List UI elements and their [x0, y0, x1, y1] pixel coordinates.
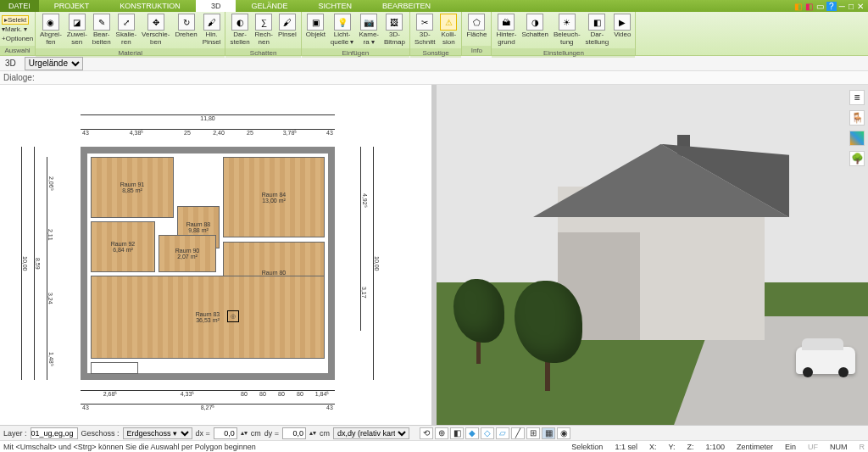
layers-icon[interactable]: ≡ [849, 90, 865, 105]
mini-icon[interactable]: ◆ [465, 427, 479, 439]
geschoss-label: Geschoss : [81, 429, 120, 438]
room-91[interactable]: Raum 918,85 m² [91, 157, 174, 218]
materials-icon[interactable] [849, 131, 865, 146]
titlebar-icon[interactable]: ▭ [815, 2, 825, 11]
tree [515, 281, 582, 391]
btn-flaeche[interactable]: ⬠Fläche [464, 13, 489, 40]
status-ratio: 1:100 [705, 443, 725, 451]
status-selektion: Selektion [571, 443, 603, 451]
house-3d [558, 187, 765, 339]
dim-right-outer: 10,00 [373, 147, 380, 380]
ribbon-group-label: Auswahl [0, 46, 35, 55]
ribbon-group-label: Schatten [225, 48, 300, 58]
menu-bearbeiten[interactable]: BEARBEITEN [367, 0, 446, 12]
dim-total-width: 11,80 [81, 114, 335, 121]
ribbon: ▸Selekt ▾Mark. ▾ +Optionen Auswahl ◉Abgr… [0, 12, 868, 56]
status-num: NUM [830, 443, 848, 451]
view-3d[interactable]: ≡ 🪑 🌳 [437, 85, 868, 425]
ribbon-group-label: Einstellungen [492, 48, 635, 58]
layer-label: Layer : [3, 429, 27, 438]
btn-drehen[interactable]: ↻Drehen [172, 13, 199, 40]
btn-lichtquelle[interactable]: 💡Licht- quelle ▾ [328, 13, 357, 47]
btn-verschieben[interactable]: ✥Verschie- ben [139, 13, 172, 47]
minimize-icon[interactable]: ─ [838, 2, 846, 11]
ribbon-group-label: Info [462, 46, 491, 55]
bottom-toolbar: Layer : Geschoss : Erdgeschoss ▾ dx = ▴▾… [0, 425, 868, 440]
ribbon-group-label: Sonstige [410, 48, 461, 58]
layer-input[interactable] [31, 427, 78, 439]
help-icon[interactable]: ? [826, 2, 837, 11]
entrance [91, 362, 138, 374]
status-uf: UF [808, 443, 818, 451]
btn-video[interactable]: ▶Video [611, 13, 633, 40]
menu-projekt[interactable]: PROJEKT [39, 0, 105, 12]
btn-objekt[interactable]: ▣Objekt [303, 13, 328, 40]
maximize-icon[interactable]: □ [848, 2, 854, 11]
menu-datei[interactable]: DATEI [0, 0, 39, 12]
mini-icon[interactable]: ◇ [481, 427, 494, 439]
tree [453, 279, 504, 364]
mini-icon[interactable]: ◧ [450, 427, 464, 439]
btn-skalieren[interactable]: ⤢Skalie- ren [114, 13, 139, 47]
btn-darstellung[interactable]: ◧Dar- stellung [583, 13, 612, 47]
dy-input[interactable] [282, 427, 306, 439]
room-83[interactable]: Raum 8336,53 m² ◎ [91, 276, 325, 359]
btn-kollision[interactable]: ⚠Kolli- sion [437, 13, 459, 47]
btn-3dschnitt[interactable]: ✂3D- Schnitt [412, 13, 437, 47]
geschoss-select[interactable]: Erdgeschoss ▾ [123, 427, 192, 439]
dx-input[interactable] [214, 427, 237, 439]
titlebar-icon[interactable]: ◧ [804, 2, 814, 11]
menu-gelaende[interactable]: GELÄNDE [236, 0, 303, 12]
hint-text: Mit <Umschalt> und <Strg> können Sie die… [3, 443, 256, 451]
menu-konstruktion[interactable]: KONSTRUKTION [104, 0, 196, 12]
btn-3dbitmap[interactable]: 🖼3D- Bitmap [381, 13, 408, 47]
btn-kamera[interactable]: 📷Kame- ra ▾ [356, 13, 381, 47]
terrain-select[interactable]: Urgelände [25, 57, 83, 70]
dim-left-859: 8,59 [34, 147, 41, 380]
status-unit: Zentimeter [737, 443, 773, 451]
close-icon[interactable]: ✕ [856, 2, 865, 11]
btn-rechnen[interactable]: ∑Rech- nen [253, 13, 275, 47]
btn-pinsel[interactable]: 🖌Pinsel [275, 13, 299, 40]
view-selector-bar: 3D Urgelände [0, 56, 868, 71]
ribbon-optionen[interactable]: +Optionen [2, 34, 33, 43]
dim-left-outer: 10,00 [21, 147, 28, 380]
car [796, 347, 855, 374]
ribbon-selekt[interactable]: ▸Selekt [2, 15, 29, 25]
status-ein: Ein [785, 443, 796, 451]
mini-icon[interactable]: ⊞ [526, 427, 540, 439]
menu-sichten[interactable]: SICHTEN [303, 0, 367, 12]
btn-darstellen[interactable]: ◐Dar- stellen [227, 13, 252, 47]
titlebar-icon[interactable]: ◧ [793, 2, 803, 11]
mini-icon[interactable]: ╱ [511, 427, 525, 439]
btn-hinpinsel[interactable]: 🖌Hin. Pinsel [200, 13, 224, 47]
mini-icon[interactable]: ⟲ [420, 427, 433, 439]
mini-icon[interactable]: ◉ [557, 427, 570, 439]
menu-bar: DATEI PROJEKT KONSTRUKTION 3D GELÄNDE SI… [0, 0, 868, 12]
btn-beleuchtung[interactable]: ☀Beleuch- tung [551, 13, 583, 47]
room-92[interactable]: Raum 926,84 m² [91, 221, 155, 272]
status-y: Y: [668, 443, 675, 451]
view3d-side-toolbar: ≡ 🪑 🌳 [849, 90, 865, 166]
btn-abgreifen[interactable]: ◉Abgrei- fen [37, 13, 64, 47]
plan-view-2d[interactable]: 11,80 43 4,38⁵ 25 2,40 25 3,78⁵ 43 Raum … [0, 85, 431, 425]
room-90[interactable]: Raum 902,07 m² [159, 235, 216, 272]
status-x: X: [649, 443, 657, 451]
btn-bearbeiten[interactable]: ✎Bear- beiten [90, 13, 114, 47]
coord-mode-select[interactable]: dx,dy (relativ kartesisch) [333, 427, 409, 439]
ribbon-mark[interactable]: ▾Mark. ▾ [2, 25, 27, 34]
btn-zuweisen[interactable]: ◪Zuwei- sen [64, 13, 90, 47]
status-z: Z: [687, 443, 693, 451]
btn-hintergrund[interactable]: 🏔Hinter- grund [493, 13, 519, 47]
menu-3d[interactable]: 3D [196, 0, 236, 12]
mini-icon[interactable]: ▱ [496, 427, 509, 439]
titlebar-right-icons: ◧ ◧ ▭ ? ─ □ ✕ [793, 2, 868, 11]
status-scale: 1:1 sel [615, 443, 637, 451]
view-label: 3D [0, 59, 21, 68]
mini-icon[interactable]: ▦ [542, 427, 555, 439]
btn-schatten[interactable]: ◑Schatten [519, 13, 551, 40]
plant-icon[interactable]: 🌳 [849, 151, 865, 166]
mini-icon[interactable]: ⊕ [435, 427, 448, 439]
room-84[interactable]: Raum 8413,00 m² [223, 157, 325, 237]
furniture-icon[interactable]: 🪑 [849, 110, 865, 126]
